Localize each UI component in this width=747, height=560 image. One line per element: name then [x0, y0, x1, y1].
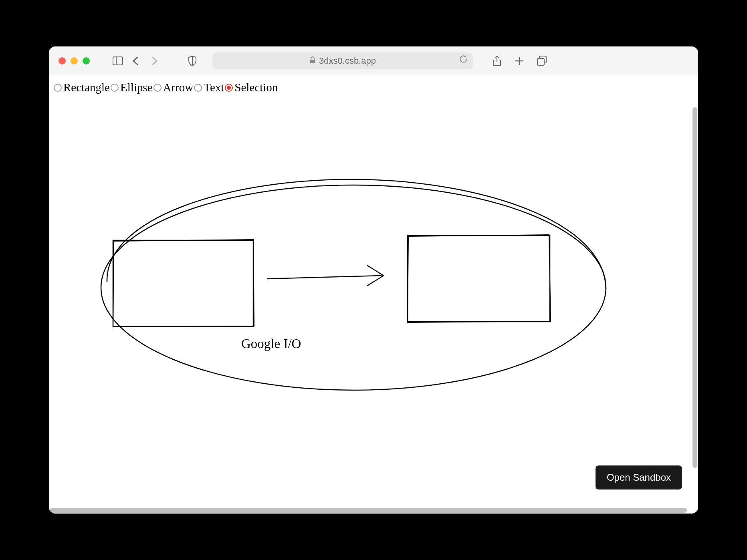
- sidebar-toggle-icon[interactable]: [112, 55, 123, 66]
- tool-label: Ellipse: [120, 81, 153, 94]
- minimize-window-button[interactable]: [71, 57, 78, 64]
- radio-icon: [194, 84, 202, 92]
- tool-rectangle[interactable]: Rectangle: [54, 81, 110, 94]
- canvas-text-label[interactable]: Google I/O: [241, 336, 301, 351]
- vertical-scrollbar[interactable]: [692, 107, 697, 468]
- tool-label: Text: [204, 81, 224, 94]
- content-area: Rectangle Ellipse Arrow Text Selection: [49, 75, 698, 514]
- tabs-overview-icon[interactable]: [536, 55, 547, 66]
- forward-button[interactable]: [149, 55, 160, 66]
- svg-rect-3: [310, 60, 315, 63]
- tool-ellipse[interactable]: Ellipse: [111, 81, 153, 94]
- tool-selection[interactable]: Selection: [225, 81, 278, 94]
- url-bar[interactable]: 3dxs0.csb.app: [212, 52, 473, 69]
- refresh-icon[interactable]: [459, 55, 467, 66]
- radio-icon: [225, 84, 233, 92]
- url-text: 3dxs0.csb.app: [319, 56, 376, 66]
- new-tab-icon[interactable]: [514, 55, 525, 66]
- close-window-button[interactable]: [59, 57, 66, 64]
- tool-arrow[interactable]: Arrow: [153, 81, 194, 94]
- svg-rect-0: [113, 57, 123, 65]
- svg-point-7: [101, 185, 606, 390]
- svg-rect-6: [537, 58, 544, 65]
- tool-label: Arrow: [163, 81, 194, 94]
- tool-text[interactable]: Text: [194, 81, 224, 94]
- open-sandbox-button[interactable]: Open Sandbox: [596, 465, 682, 489]
- lock-icon: [309, 56, 316, 66]
- traffic-lights: [59, 57, 90, 64]
- radio-icon: [153, 84, 162, 92]
- radio-icon: [111, 84, 119, 92]
- right-toolbar-icons: [491, 55, 547, 66]
- share-icon[interactable]: [491, 55, 503, 66]
- horizontal-scrollbar[interactable]: [50, 508, 687, 513]
- drawing-tool-bar: Rectangle Ellipse Arrow Text Selection: [49, 75, 698, 100]
- nav-arrows: [130, 55, 160, 66]
- svg-rect-9: [408, 236, 550, 322]
- maximize-window-button[interactable]: [83, 57, 90, 64]
- radio-icon: [54, 84, 62, 92]
- drawing-canvas[interactable]: Google I/O: [49, 99, 698, 514]
- shield-icon[interactable]: [187, 55, 198, 66]
- svg-rect-8: [113, 240, 253, 326]
- tool-label: Rectangle: [63, 81, 110, 94]
- tool-label: Selection: [234, 81, 278, 94]
- back-button[interactable]: [130, 55, 141, 66]
- title-bar: 3dxs0.csb.app: [49, 46, 698, 75]
- browser-window: 3dxs0.csb.app: [49, 46, 698, 514]
- svg-line-10: [267, 276, 382, 279]
- sketch-svg: [49, 99, 690, 460]
